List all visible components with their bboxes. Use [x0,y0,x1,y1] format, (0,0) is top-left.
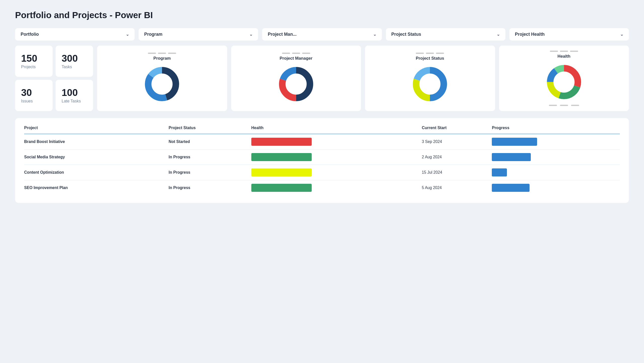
pm-legend-line-3 [302,53,310,54]
progress-cell [492,180,620,196]
projects-stat: 150 Projects [15,46,53,77]
project-health-chevron-icon: ⌄ [620,32,623,37]
start-date-cell: 5 Aug 2024 [422,180,492,196]
legend-line-1 [148,53,156,54]
projects-value: 150 [21,53,37,64]
progress-cell [492,165,620,180]
program-filter-label: Program [144,32,162,37]
svg-point-7 [286,74,306,94]
project-status-chart-card: Project Status [365,46,495,111]
program-donut [142,64,182,104]
health-donut [544,62,584,102]
project-status-cell: In Progress [169,150,251,165]
health-cell [251,134,422,150]
late-tasks-stat: 100 Late Tasks [56,80,93,111]
health-chart-bottom-legend [549,105,579,106]
tasks-value: 300 [62,53,78,64]
h-legend-line-3 [570,51,578,52]
program-chart-card: Program [97,46,227,111]
stats-grid: 150 Projects 300 Tasks 30 Issues 100 Lat… [15,46,93,111]
progress-bar [492,138,537,146]
project-status-donut [410,64,450,104]
col-health: Health [251,126,422,134]
h-legend-line-1 [550,51,558,52]
ps-chart-top-legend [416,53,444,54]
health-cell [251,150,422,165]
health-chart-title: Health [557,54,570,59]
tasks-stat: 300 Tasks [56,46,93,77]
health-bar [251,138,312,146]
health-cell [251,165,422,180]
progress-bar [492,153,531,161]
issues-value: 30 [21,87,32,98]
project-manager-filter-label: Project Man... [268,32,296,37]
col-project: Project [24,126,169,134]
project-status-chart-title: Project Status [416,56,444,61]
h-bottom-legend-line-1 [549,105,557,106]
projects-label: Projects [21,65,36,69]
health-chart-card: Health [499,46,629,111]
issues-stat: 30 Issues [15,80,53,111]
program-chevron-icon: ⌄ [249,32,253,37]
pm-legend-line-2 [292,53,300,54]
progress-cell [492,150,620,165]
program-chart-top-legend [148,53,176,54]
late-tasks-value: 100 [62,87,78,98]
pm-legend-line-1 [282,53,290,54]
project-status-filter[interactable]: Project Status ⌄ [386,28,505,41]
table-row: Brand Boost Initiative Not Started 3 Sep… [24,134,620,150]
project-name-cell: Social Media Strategy [24,150,169,165]
filter-row: Portfolio ⌄ Program ⌄ Project Man... ⌄ P… [15,28,629,41]
svg-point-11 [420,74,440,94]
progress-bar [492,184,530,192]
project-name-cell: Brand Boost Initiative [24,134,169,150]
pm-chart-top-legend [282,53,310,54]
col-progress: Progress [492,126,620,134]
program-filter[interactable]: Program ⌄ [139,28,258,41]
svg-point-17 [554,72,574,92]
h-bottom-legend-line-2 [560,105,568,106]
project-manager-filter[interactable]: Project Man... ⌄ [262,28,382,41]
portfolio-chevron-icon: ⌄ [126,32,129,37]
start-date-cell: 2 Aug 2024 [422,150,492,165]
project-status-cell: In Progress [169,165,251,180]
project-name-cell: Content Optimization [24,165,169,180]
projects-table: Project Project Status Health Current St… [24,126,620,195]
project-status-filter-label: Project Status [391,32,421,37]
issues-label: Issues [21,99,33,103]
portfolio-filter-label: Portfolio [21,32,39,37]
h-chart-top-legend [550,51,578,52]
project-manager-chart-card: Project Manager [231,46,361,111]
project-status-cell: Not Started [169,134,251,150]
table-row: Content Optimization In Progress 15 Jul … [24,165,620,180]
ps-legend-line-2 [426,53,434,54]
project-status-chevron-icon: ⌄ [497,32,500,37]
progress-cell [492,134,620,150]
portfolio-filter[interactable]: Portfolio ⌄ [15,28,135,41]
project-health-filter-label: Project Health [515,32,545,37]
project-name-cell: SEO Improvement Plan [24,180,169,196]
project-manager-donut [276,64,316,104]
project-health-filter[interactable]: Project Health ⌄ [509,28,629,41]
col-start: Current Start [422,126,492,134]
legend-line-2 [158,53,166,54]
h-bottom-legend-line-3 [571,105,579,106]
table-row: Social Media Strategy In Progress 2 Aug … [24,150,620,165]
legend-line-3 [168,53,176,54]
svg-point-3 [152,74,172,94]
h-legend-line-2 [560,51,568,52]
program-chart-title: Program [153,56,171,61]
progress-bar [492,168,507,176]
top-row: 150 Projects 300 Tasks 30 Issues 100 Lat… [15,46,629,111]
project-manager-chevron-icon: ⌄ [373,32,376,37]
health-bar [251,168,312,176]
health-bar [251,153,312,161]
tasks-label: Tasks [62,65,72,69]
page-title: Portfolio and Projects - Power BI [15,10,629,20]
start-date-cell: 15 Jul 2024 [422,165,492,180]
col-status: Project Status [169,126,251,134]
health-bar [251,184,312,192]
table-section: Project Project Status Health Current St… [15,118,629,203]
ps-legend-line-1 [416,53,424,54]
project-status-cell: In Progress [169,180,251,196]
